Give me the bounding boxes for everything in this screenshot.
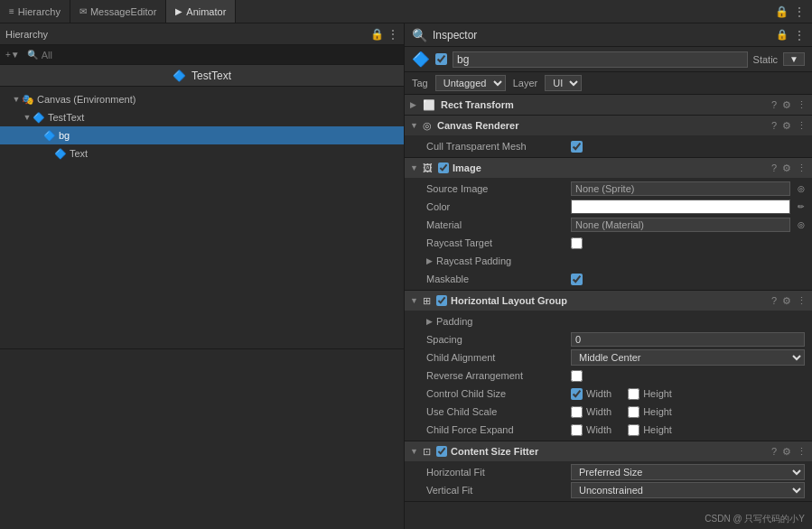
control-child-size-value: Width Height (571, 388, 805, 400)
rect-settings-icon[interactable]: ⚙ (782, 99, 791, 111)
hl-menu-icon[interactable]: ⋮ (797, 295, 807, 307)
horizontal-fit-row: Horizontal Fit Preferred Size (405, 463, 812, 481)
image-header[interactable]: ▼ 🖼 Image ? ⚙ ⋮ (405, 158, 812, 178)
image-right: ? ⚙ ⋮ (771, 162, 807, 174)
testtext-tree-icon: 🔷 (33, 112, 45, 124)
tree-item-testtext[interactable]: ▼ 🔷 TestText (0, 108, 404, 126)
image-help-icon[interactable]: ? (771, 162, 777, 173)
bg-label: bg (59, 130, 70, 141)
reverse-arrangement-checkbox[interactable] (571, 370, 583, 382)
tab-bar-right: 🔒 ⋮ (768, 5, 812, 18)
control-width-checkbox[interactable] (571, 388, 583, 400)
source-image-ref-btn[interactable]: ◎ (798, 184, 805, 193)
scale-width-checkbox[interactable] (571, 406, 583, 418)
text-label: Text (70, 148, 88, 159)
padding-arrow: ▶ (426, 317, 433, 326)
horizontal-layout-body: ▶ Padding Spacing Child Alignment (405, 311, 812, 441)
layer-select[interactable]: UI (545, 75, 582, 91)
hierarchy-icon: ≡ (9, 6, 14, 16)
tree-item-text[interactable]: 🔷 Text (0, 144, 404, 162)
canvas-help-icon[interactable]: ? (771, 120, 777, 131)
force-width-label: Width (586, 424, 611, 435)
vertical-fit-select[interactable]: Unconstrained (571, 482, 805, 498)
cull-transparent-checkbox[interactable] (571, 141, 583, 153)
image-settings-icon[interactable]: ⚙ (782, 162, 791, 174)
horizontal-fit-label: Horizontal Fit (426, 467, 571, 478)
image-enabled-checkbox[interactable] (438, 162, 449, 173)
object-active-checkbox[interactable] (435, 53, 447, 65)
tab-animator[interactable]: ▶ Animator (166, 0, 236, 23)
inspector-lock-icon[interactable]: 🔒 (776, 29, 789, 41)
animator-icon: ▶ (175, 6, 182, 16)
raycast-target-checkbox[interactable] (571, 237, 583, 249)
raycast-padding-row[interactable]: ▶ Raycast Padding (405, 252, 812, 270)
control-child-size-row: Control Child Size Width Height (405, 385, 812, 403)
testtext-label: TestText (48, 112, 84, 123)
rect-menu-icon[interactable]: ⋮ (797, 99, 807, 111)
scale-height-checkbox[interactable] (628, 406, 639, 418)
canvas-renderer-header[interactable]: ▼ ◎ Canvas Renderer ? ⚙ ⋮ (405, 116, 812, 135)
panel-bottom (0, 348, 404, 529)
tree-item-bg[interactable]: 🔷 bg (0, 126, 404, 144)
horizontal-fit-select[interactable]: Preferred Size (571, 464, 805, 480)
source-image-value-row: None (Sprite) ◎ (571, 181, 805, 196)
rect-transform-icon: ⬜ (423, 99, 435, 111)
tab-hierarchy[interactable]: ≡ Hierarchy (0, 0, 70, 23)
content-size-fitter-header[interactable]: ▼ ⊡ Content Size Fitter ? ⚙ ⋮ (405, 441, 812, 461)
add-button[interactable]: +▼ (5, 50, 20, 60)
hl-enabled-checkbox[interactable] (436, 295, 447, 306)
child-force-expand-label: Child Force Expand (426, 424, 571, 435)
scale-width-label: Width (586, 406, 611, 417)
tab-message-editor[interactable]: ✉ MessageEditor (70, 0, 166, 23)
image-menu-icon[interactable]: ⋮ (797, 162, 807, 174)
force-height-label: Height (643, 424, 672, 435)
color-picker[interactable] (571, 200, 790, 214)
control-height-checkbox[interactable] (628, 388, 639, 400)
child-alignment-select[interactable]: Middle Center (571, 349, 805, 366)
canvas-menu-icon[interactable]: ⋮ (797, 120, 807, 132)
reverse-arrangement-label: Reverse Arrangement (426, 370, 571, 381)
control-width-label: Width (586, 388, 611, 399)
csf-right: ? ⚙ ⋮ (771, 446, 807, 458)
reverse-arrangement-row: Reverse Arrangement (405, 367, 812, 385)
control-child-size-label: Control Child Size (426, 388, 571, 399)
csf-arrow: ▼ (410, 447, 419, 456)
tree-item-canvas[interactable]: ▼ 🎭 Canvas (Environment) (0, 90, 404, 108)
csf-menu-icon[interactable]: ⋮ (797, 446, 807, 458)
canvas-renderer-title: Canvas Renderer (437, 120, 519, 131)
csf-help-icon[interactable]: ? (771, 446, 777, 457)
maskable-checkbox[interactable] (571, 274, 583, 285)
force-width-checkbox[interactable] (571, 424, 583, 436)
lock-icon[interactable]: 🔒 (775, 5, 789, 18)
use-child-scale-label: Use Child Scale (426, 406, 571, 417)
inspector-menu-icon[interactable]: ⋮ (794, 29, 805, 42)
hl-settings-icon[interactable]: ⚙ (782, 295, 791, 307)
bg-icon: 🔷 (43, 130, 56, 142)
tag-select[interactable]: Untagged (435, 75, 506, 91)
hierarchy-search-input[interactable] (42, 50, 398, 60)
force-height-checkbox[interactable] (628, 424, 639, 436)
object-name-input[interactable] (453, 51, 748, 68)
lock-icon-hierarchy[interactable]: 🔒 (370, 28, 384, 41)
color-eyedropper[interactable]: ✏ (798, 202, 805, 211)
padding-row[interactable]: ▶ Padding (405, 312, 812, 330)
csf-enabled-checkbox[interactable] (436, 446, 447, 457)
menu-icon-hierarchy[interactable]: ⋮ (387, 28, 398, 41)
menu-icon[interactable]: ⋮ (794, 5, 805, 18)
maskable-label: Maskable (426, 274, 571, 284)
material-row: Material None (Material) ◎ (405, 216, 812, 234)
rect-transform-header[interactable]: ▶ ⬜ Rect Transform ? ⚙ ⋮ (405, 95, 812, 115)
csf-settings-icon[interactable]: ⚙ (782, 446, 791, 458)
rect-help-icon[interactable]: ? (771, 99, 777, 110)
inspector-body: 🔷 Static ▼ Tag Untagged Layer UI (405, 47, 812, 529)
static-toggle-button[interactable]: ▼ (783, 52, 805, 66)
canvas-settings-icon[interactable]: ⚙ (782, 120, 791, 132)
tab-bar-left: ≡ Hierarchy ✉ MessageEditor ▶ Animator 🔒… (0, 0, 812, 23)
object-header: 🔷 Static ▼ (405, 47, 812, 72)
hl-help-icon[interactable]: ? (771, 295, 777, 306)
spacing-input[interactable] (571, 332, 805, 347)
material-ref-btn[interactable]: ◎ (798, 220, 805, 229)
child-alignment-value: Middle Center (571, 349, 805, 366)
tag-label: Tag (412, 78, 428, 88)
horizontal-layout-header[interactable]: ▼ ⊞ Horizontal Layout Group ? ⚙ ⋮ (405, 291, 812, 311)
